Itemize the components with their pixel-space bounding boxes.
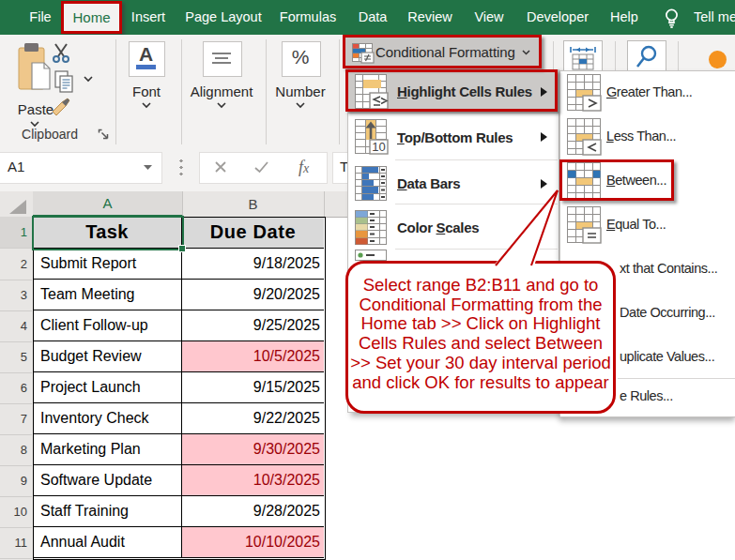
svg-text:10: 10 xyxy=(372,140,385,154)
